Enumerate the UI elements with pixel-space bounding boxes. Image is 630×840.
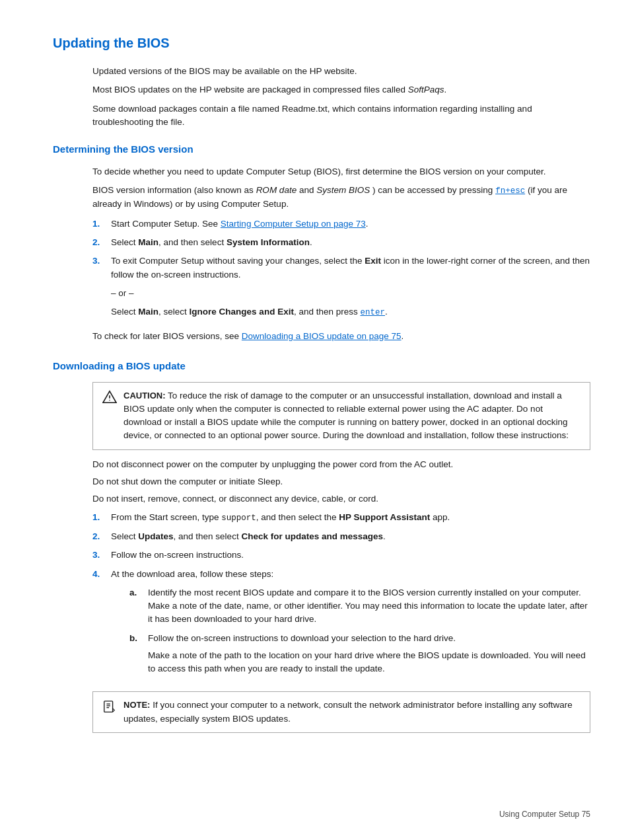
determining-step1: Start Computer Setup. See Starting Compu… — [92, 217, 590, 231]
enter-key-link[interactable]: enter — [360, 308, 385, 317]
determining-steps-list: Start Computer Setup. See Starting Compu… — [92, 217, 590, 323]
intro-para2: Most BIOS updates on the HP website are … — [92, 83, 590, 96]
section-title-downloading: Downloading a BIOS update — [53, 359, 590, 374]
bullet-item-2: Do not shut down the computer or initiat… — [92, 475, 590, 488]
downloading-sub-steps: Identify the most recent BIOS update and… — [129, 586, 590, 680]
svg-rect-3 — [106, 704, 110, 705]
support-code: support — [221, 514, 256, 523]
section-title-determining: Determining the BIOS version — [53, 142, 590, 157]
or-separator: – or – — [111, 287, 590, 300]
downloading-step1: From the Start screen, type support, and… — [92, 511, 590, 525]
svg-point-1 — [109, 399, 110, 400]
caution-icon — [102, 390, 117, 408]
note-content: NOTE: If you connect your computer to a … — [123, 699, 580, 726]
determining-block: To decide whether you need to update Com… — [92, 165, 590, 211]
svg-rect-4 — [106, 706, 110, 706]
determining-step3: To exit Computer Setup without saving yo… — [92, 254, 590, 323]
caution-text: To reduce the risk of damage to the comp… — [123, 391, 569, 441]
note-text: If you connect your computer to a networ… — [123, 700, 573, 723]
downloading-step4a: Identify the most recent BIOS update and… — [129, 586, 590, 627]
svg-rect-2 — [104, 701, 113, 712]
intro-para3: Some download packages contain a file na… — [92, 102, 590, 130]
downloading-step3: Follow the on-screen instructions. — [92, 549, 590, 562]
determining-para2: BIOS version information (also known as … — [92, 184, 590, 211]
downloading-step4: At the download area, follow these steps… — [92, 568, 590, 685]
starting-computer-setup-link[interactable]: Starting Computer Setup on page 73 — [221, 219, 366, 229]
intro-block: Updated versions of the BIOS may be avai… — [92, 65, 590, 129]
note-box: NOTE: If you connect your computer to a … — [92, 691, 590, 733]
downloading-step4b: Follow the on-screen instructions to dow… — [129, 632, 590, 680]
downloading-steps-list: From the Start screen, type support, and… — [92, 511, 590, 685]
svg-rect-5 — [106, 707, 109, 708]
determining-footer: To check for later BIOS versions, see Do… — [92, 330, 590, 343]
caution-bullets: Do not disconnect power on the computer … — [92, 458, 590, 506]
determining-para1: To decide whether you need to update Com… — [92, 165, 590, 178]
note-icon — [102, 700, 117, 718]
downloading-bios-link[interactable]: Downloading a BIOS update on page 75 — [242, 331, 402, 341]
intro-para1: Updated versions of the BIOS may be avai… — [92, 65, 590, 78]
caution-content: CAUTION: To reduce the risk of damage to… — [123, 389, 580, 443]
caution-box: CAUTION: To reduce the risk of damage to… — [92, 382, 590, 450]
fn-esc-key[interactable]: fn+esc — [495, 186, 525, 196]
bullet-item-1: Do not disconnect power on the computer … — [92, 458, 590, 471]
page-title: Updating the BIOS — [53, 33, 590, 53]
note-label: NOTE: — [123, 700, 150, 710]
step4b-sub-para: Make a note of the path to the location … — [148, 649, 590, 676]
determining-step2: Select Main, and then select System Info… — [92, 236, 590, 249]
downloading-step2: Select Updates, and then select Check fo… — [92, 530, 590, 543]
bullet-item-3: Do not insert, remove, connect, or disco… — [92, 492, 590, 506]
caution-label: CAUTION: — [123, 391, 166, 401]
